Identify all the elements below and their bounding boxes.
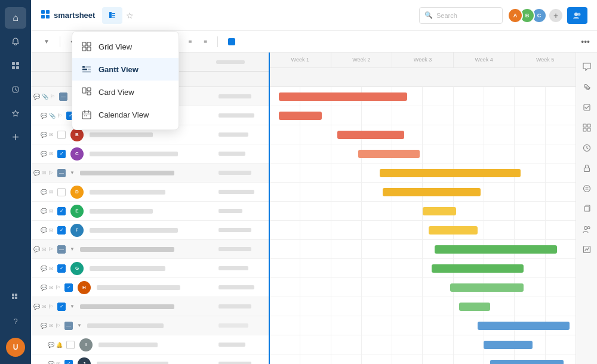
- toolbar-btn-align-right[interactable]: ≡: [199, 35, 213, 49]
- sidebar-item-recents[interactable]: [5, 79, 26, 100]
- svg-point-17: [574, 13, 578, 16]
- table-row[interactable]: 💬 ✉ 🏳 ✓ H: [31, 278, 269, 297]
- row-extra-7: [219, 209, 266, 213]
- minus-icon: —: [66, 323, 71, 328]
- gantt-bg-8: [270, 221, 576, 239]
- sidebar-item-notifications[interactable]: [5, 31, 26, 53]
- row-checkbox-8[interactable]: ✓: [57, 226, 66, 235]
- gantt-bar-2: [279, 112, 322, 120]
- table-row[interactable]: 💬 ✉ ✓ E: [31, 202, 269, 221]
- chat-icon: 💬: [41, 151, 47, 157]
- chat-icon: 💬: [33, 170, 40, 176]
- sidebar: ⌂ + ? U: [0, 0, 31, 364]
- active-tab[interactable]: [102, 7, 122, 24]
- table-row[interactable]: 💬 ✉ ✓ J: [31, 354, 269, 364]
- row-checkbox-9[interactable]: —: [57, 245, 66, 254]
- gantt-view-label: Gantt View: [99, 65, 139, 74]
- row-checkbox-7[interactable]: ✓: [57, 207, 66, 215]
- row-checkbox-12[interactable]: ✓: [57, 303, 66, 311]
- message-icon: ✉: [49, 208, 54, 214]
- message-icon: ✉: [42, 246, 47, 252]
- attachment-tool-icon[interactable]: [578, 79, 595, 95]
- table-row[interactable]: 💬 ✉ ✓ C: [31, 144, 269, 164]
- toolbar-btn-file[interactable]: ▼: [38, 35, 55, 49]
- gantt-bar-8: [429, 226, 478, 235]
- row-checkbox-15[interactable]: ✓: [64, 360, 73, 365]
- svg-rect-33: [82, 47, 86, 51]
- row-avatar-4: C: [70, 147, 84, 161]
- row-text-11: [94, 285, 219, 290]
- search-box[interactable]: 🔍 Search: [419, 7, 503, 24]
- grid-tool-icon[interactable]: [578, 119, 595, 136]
- svg-rect-20: [583, 124, 586, 127]
- gantt-bar-13: [478, 322, 570, 330]
- sidebar-item-help[interactable]: ?: [5, 310, 26, 332]
- user-avatar[interactable]: U: [6, 338, 25, 357]
- contacts-button[interactable]: [567, 7, 587, 24]
- row-avatar-7: E: [70, 205, 84, 218]
- card-view-label: Card View: [99, 88, 134, 97]
- sidebar-item-favorites[interactable]: [5, 103, 26, 124]
- chart-tool-icon[interactable]: [578, 241, 595, 258]
- history-tool-icon[interactable]: [578, 140, 595, 156]
- chat-icon: 💬: [48, 361, 54, 365]
- team-tool-icon[interactable]: [578, 221, 595, 237]
- sidebar-item-add[interactable]: +: [5, 127, 26, 148]
- table-row[interactable]: 💬 ✉ 🏳 ✓ ▼: [31, 297, 269, 316]
- table-row[interactable]: 💬 ✉ 🏳 — ▼: [31, 240, 269, 259]
- table-row[interactable]: 💬 ✉ D: [31, 183, 269, 202]
- gantt-bar-4: [358, 150, 419, 158]
- row-extra-9: [219, 247, 266, 251]
- row-checkbox-5[interactable]: —: [57, 169, 66, 177]
- expand-btn-5[interactable]: ▼: [68, 169, 76, 177]
- row-checkbox-6[interactable]: [57, 188, 66, 196]
- proof-tool-icon[interactable]: [578, 99, 595, 116]
- row-checkbox-3[interactable]: [57, 131, 66, 139]
- table-row[interactable]: 💬 ✉ 🏳 — ▼: [31, 164, 269, 183]
- more-options-button[interactable]: •••: [581, 37, 590, 47]
- row-checkbox-13[interactable]: —: [64, 322, 73, 330]
- dropdown-item-calendar-view[interactable]: Calendar View: [72, 103, 179, 126]
- comment-tool-icon[interactable]: [578, 58, 595, 75]
- sidebar-item-home[interactable]: ⌂: [5, 7, 26, 29]
- row-text-8: [87, 228, 219, 233]
- expand-btn-9[interactable]: ▼: [68, 245, 76, 254]
- gantt-bg-3: [270, 125, 576, 144]
- row-checkbox-14[interactable]: [66, 341, 75, 349]
- row-extra-14: [219, 343, 266, 347]
- dropdown-item-gantt-view[interactable]: Gantt View: [72, 58, 179, 81]
- gantt-view-icon: [81, 63, 93, 75]
- dropdown-item-card-view[interactable]: Card View: [72, 81, 179, 103]
- toolbar-btn-color[interactable]: [223, 35, 241, 49]
- toolbar-sep-1: [60, 36, 60, 47]
- expand-arrow-9: ▼: [70, 246, 75, 252]
- sidebar-item-browse[interactable]: [5, 55, 26, 76]
- row-checkbox-4[interactable]: ✓: [57, 150, 66, 158]
- row-avatar-6: D: [70, 186, 84, 199]
- tab-icon: [109, 12, 115, 19]
- favorite-icon[interactable]: ☆: [126, 11, 134, 20]
- toolbar-btn-align-center[interactable]: ≡: [183, 35, 198, 49]
- row-checkbox-1[interactable]: —: [59, 92, 67, 101]
- message-icon: ✉: [49, 227, 54, 233]
- expand-btn-13[interactable]: ▼: [75, 322, 84, 330]
- gantt-bar-14: [484, 341, 533, 349]
- add-user-button[interactable]: +: [549, 9, 562, 22]
- logo: smartsheet: [41, 10, 95, 21]
- logo-icon: [41, 10, 50, 21]
- gantt-header: Week 1 Week 2 Week 3 Week 4 Week 5: [270, 53, 576, 87]
- dropdown-item-grid-view[interactable]: Grid View: [72, 35, 179, 58]
- sidebar-item-apps[interactable]: [5, 286, 26, 308]
- lock-tool-icon[interactable]: [578, 160, 595, 177]
- table-row[interactable]: 💬 🔔 I: [31, 335, 269, 354]
- table-row[interactable]: 💬 ✉ 🏳 — ▼: [31, 316, 269, 335]
- expand-btn-12[interactable]: ▼: [68, 303, 76, 311]
- clock-tool-icon[interactable]: [578, 180, 595, 197]
- row-checkbox-10[interactable]: ✓: [57, 264, 66, 273]
- expand-arrow-5: ▼: [70, 170, 75, 175]
- table-row[interactable]: 💬 ✉ ✓ G: [31, 259, 269, 278]
- table-row[interactable]: 💬 ✉ ✓ F: [31, 221, 269, 240]
- copy-tool-icon[interactable]: [578, 200, 595, 217]
- row-checkbox-11[interactable]: ✓: [64, 283, 73, 292]
- row-extra-5: [219, 171, 266, 175]
